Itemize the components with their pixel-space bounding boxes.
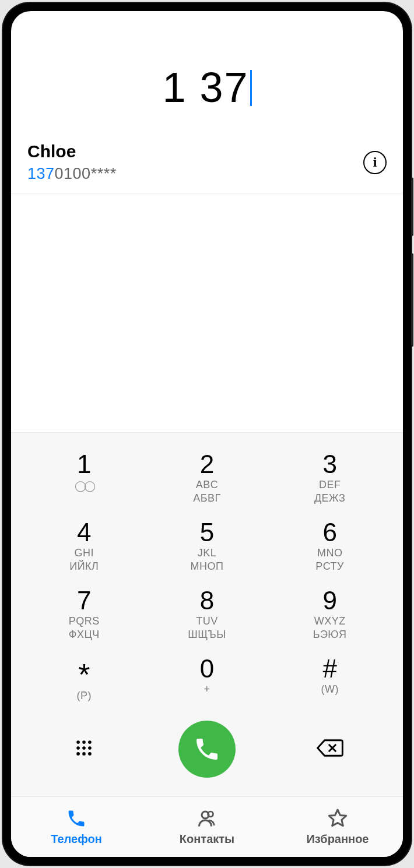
svg-point-5 [88, 746, 92, 750]
screen: 1 37 Chloe 1370100**** i 1 ◯◯ 2 ABC [11, 11, 403, 857]
svg-point-8 [88, 752, 92, 756]
nav-label-phone: Телефон [51, 832, 101, 846]
call-button[interactable] [178, 721, 236, 778]
dial-pad: 1 ◯◯ 2 ABC АБВГ 3 DEF ДЕЖЗ 4 GHI ИЙКЛ [11, 432, 403, 796]
svg-point-0 [77, 740, 80, 744]
key-hash[interactable]: # (W) [268, 649, 391, 710]
backspace-icon [316, 738, 344, 758]
star-icon [327, 808, 348, 829]
dialed-number-display[interactable]: 1 37 [11, 11, 403, 133]
text-cursor [250, 70, 252, 106]
nav-phone[interactable]: Телефон [11, 797, 142, 857]
svg-point-4 [82, 746, 86, 750]
key-4[interactable]: 4 GHI ИЙКЛ [23, 513, 146, 581]
dialpad-grid-icon[interactable] [74, 738, 94, 760]
number-rest: 0100**** [55, 165, 117, 182]
phone-icon [66, 808, 87, 829]
svg-point-7 [82, 752, 86, 756]
key-2[interactable]: 2 ABC АБВГ [146, 444, 269, 513]
side-button [411, 253, 413, 347]
svg-point-1 [82, 740, 86, 744]
number-match: 137 [27, 165, 55, 182]
key-6[interactable]: 6 MNO РСТУ [268, 513, 391, 581]
contact-suggestion[interactable]: Chloe 1370100**** i [11, 133, 403, 194]
svg-point-6 [77, 752, 80, 756]
key-9[interactable]: 9 WXYZ ЬЭЮЯ [268, 581, 391, 649]
svg-point-2 [88, 740, 92, 744]
key-1[interactable]: 1 ◯◯ [23, 444, 146, 513]
dialed-number: 1 37 [162, 64, 248, 111]
contacts-icon [197, 808, 217, 829]
voicemail-icon: ◯◯ [75, 479, 93, 492]
side-button [411, 178, 413, 236]
key-0[interactable]: 0 + [146, 649, 269, 710]
bottom-nav: Телефон Контакты Избранное [11, 796, 403, 857]
suggestion-text: Chloe 1370100**** [27, 142, 363, 183]
nav-contacts[interactable]: Контакты [142, 797, 272, 857]
nav-favorites[interactable]: Избранное [272, 797, 403, 857]
nav-label-contacts: Контакты [180, 832, 234, 846]
spacer [11, 194, 403, 432]
info-icon[interactable]: i [363, 151, 387, 174]
key-3[interactable]: 3 DEF ДЕЖЗ [268, 444, 391, 513]
nav-label-favorites: Избранное [306, 832, 369, 846]
key-star[interactable]: * (P) [23, 649, 146, 710]
action-row [23, 710, 391, 791]
phone-icon [193, 735, 221, 763]
dial-grid: 1 ◯◯ 2 ABC АБВГ 3 DEF ДЕЖЗ 4 GHI ИЙКЛ [23, 444, 391, 710]
suggestion-name: Chloe [27, 142, 363, 161]
key-7[interactable]: 7 PQRS ФХЦЧ [23, 581, 146, 649]
suggestion-number: 1370100**** [27, 165, 363, 183]
svg-point-3 [77, 746, 80, 750]
key-5[interactable]: 5 JKL МНОП [146, 513, 269, 581]
phone-frame: 1 37 Chloe 1370100**** i 1 ◯◯ 2 ABC [3, 3, 411, 865]
backspace-button[interactable] [316, 738, 344, 761]
key-8[interactable]: 8 TUV ШЩЪЫ [146, 581, 269, 649]
